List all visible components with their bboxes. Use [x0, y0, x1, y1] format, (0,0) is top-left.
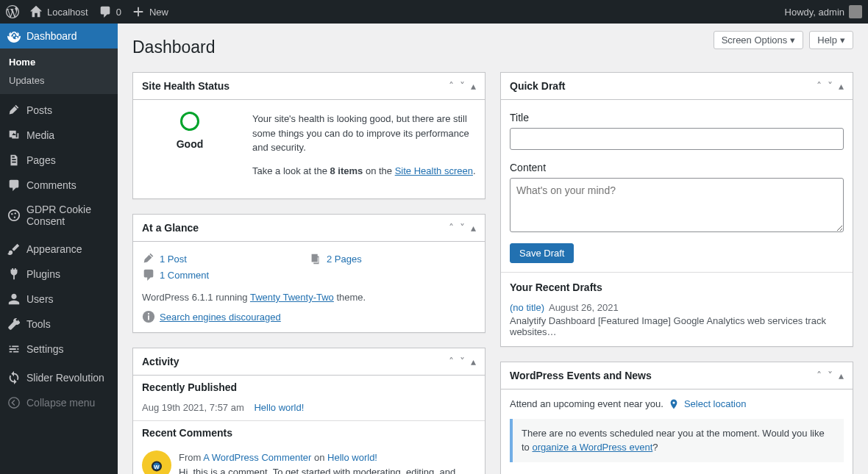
wapuu-icon: W	[146, 455, 167, 474]
box-title: Quick Draft	[510, 73, 565, 99]
theme-link[interactable]: Twenty Twenty-Two	[250, 292, 334, 303]
sidebar-item-comments[interactable]: Comments	[0, 173, 118, 198]
recent-drafts-heading: Your Recent Drafts	[510, 281, 844, 293]
toggle-icon[interactable]: ▴	[839, 370, 844, 381]
comment-avatar: W	[142, 450, 171, 474]
comment-text: Hi, this is a comment. To get started wi…	[179, 465, 476, 475]
main-content: Dashboard Screen Options ▾ Help ▾ Site H…	[118, 24, 868, 474]
site-health-box: Site Health Status ˄ ˅ ▴ Good	[132, 72, 485, 199]
published-post-link[interactable]: Hello world!	[254, 402, 304, 413]
draft-excerpt: Analytify Dashboard [Featured Image] Goo…	[510, 315, 844, 337]
sidebar-item-users[interactable]: Users	[0, 287, 118, 312]
svg-point-3	[14, 217, 15, 218]
search-engines-link[interactable]: Search engines discouraged	[160, 312, 281, 323]
events-notice: There are no events scheduled near you a…	[510, 419, 844, 462]
move-up-icon[interactable]: ˄	[817, 370, 822, 381]
svg-point-1	[11, 213, 13, 215]
sidebar-item-posts[interactable]: Posts	[0, 98, 118, 123]
sidebar-item-tools[interactable]: Tools	[0, 312, 118, 337]
comment-author-link[interactable]: A WordPress Commenter	[203, 452, 311, 463]
svg-text:W: W	[154, 464, 160, 470]
help-button[interactable]: Help ▾	[809, 31, 853, 49]
sliders-icon	[7, 342, 21, 356]
published-item: Aug 19th 2021, 7:57 am Hello world!	[133, 399, 485, 420]
move-up-icon[interactable]: ˄	[449, 222, 454, 234]
comment-item: W From A WordPress Commenter on Hello wo…	[142, 450, 476, 474]
sidebar-label: Pages	[26, 154, 56, 166]
move-up-icon[interactable]: ˄	[449, 80, 454, 92]
pin-icon	[142, 252, 155, 265]
comments-link[interactable]: 1 Comment	[160, 270, 209, 281]
sidebar-item-pages[interactable]: Pages	[0, 148, 118, 173]
svg-point-7	[148, 313, 149, 315]
wp-logo[interactable]	[6, 5, 19, 18]
health-items-text: Take a look at the 8 items on the Site H…	[252, 164, 476, 179]
posts-link[interactable]: 1 Post	[160, 254, 187, 265]
draft-content-textarea[interactable]	[510, 178, 844, 232]
title-label: Title	[510, 112, 844, 123]
site-name-link[interactable]: Localhost	[29, 5, 88, 18]
plus-icon	[132, 5, 145, 18]
caret-down-icon: ▾	[790, 35, 795, 46]
user-icon	[7, 292, 21, 306]
health-status-label: Good	[142, 138, 238, 150]
wrench-icon	[7, 317, 21, 331]
move-down-icon[interactable]: ˅	[828, 80, 833, 92]
move-down-icon[interactable]: ˅	[460, 80, 465, 92]
move-up-icon[interactable]: ˄	[449, 356, 454, 367]
toggle-icon[interactable]: ▴	[471, 222, 476, 234]
sidebar-item-collapse[interactable]: Collapse menu	[0, 390, 118, 415]
admin-sidebar: Dashboard Home Updates Posts Media Pages…	[0, 24, 118, 474]
toggle-icon[interactable]: ▴	[839, 80, 844, 92]
howdy-text: Howdy, admin	[785, 7, 844, 18]
toggle-icon[interactable]: ▴	[471, 356, 476, 367]
move-down-icon[interactable]: ˅	[828, 370, 833, 381]
pages-link[interactable]: 2 Pages	[327, 254, 362, 265]
toggle-icon[interactable]: ▴	[471, 80, 476, 92]
sidebar-sub-home[interactable]: Home	[0, 53, 118, 71]
health-circle-icon	[180, 112, 199, 131]
sidebar-item-plugins[interactable]: Plugins	[0, 262, 118, 287]
comments-bubble[interactable]: 0	[99, 5, 121, 18]
screen-options-button[interactable]: Screen Options ▾	[714, 31, 804, 49]
organize-event-link[interactable]: organize a WordPress event	[532, 442, 652, 453]
sidebar-item-settings[interactable]: Settings	[0, 337, 118, 362]
refresh-icon	[7, 371, 21, 384]
sidebar-item-dashboard[interactable]: Dashboard	[0, 24, 118, 49]
sidebar-item-appearance[interactable]: Appearance	[0, 237, 118, 262]
move-up-icon[interactable]: ˄	[817, 80, 822, 92]
move-down-icon[interactable]: ˅	[460, 356, 465, 367]
admin-bar: Localhost 0 New Howdy, admin	[0, 0, 868, 24]
plug-icon	[7, 267, 21, 281]
sidebar-item-gdpr[interactable]: GDPR Cookie Consent	[0, 198, 118, 233]
dashboard-icon	[7, 29, 21, 43]
draft-title-link[interactable]: (no title)	[510, 302, 544, 313]
location-icon	[668, 398, 680, 410]
sidebar-item-media[interactable]: Media	[0, 123, 118, 148]
save-draft-button[interactable]: Save Draft	[510, 243, 574, 263]
sidebar-label: Slider Revolution	[26, 372, 104, 384]
sidebar-item-slider[interactable]: Slider Revolution	[0, 365, 118, 390]
select-location-link[interactable]: Select location	[684, 398, 747, 409]
draft-title-input[interactable]	[510, 128, 844, 150]
box-title: Activity	[142, 348, 179, 375]
move-down-icon[interactable]: ˅	[460, 222, 465, 234]
avatar	[849, 5, 862, 18]
site-health-link[interactable]: Site Health screen	[395, 165, 473, 176]
sidebar-label: Dashboard	[26, 30, 77, 42]
site-name-text: Localhost	[47, 7, 88, 18]
howdy-account[interactable]: Howdy, admin	[785, 5, 862, 18]
content-label: Content	[510, 162, 844, 173]
new-content-link[interactable]: New	[132, 5, 168, 18]
comment-icon	[142, 268, 155, 281]
info-icon	[142, 310, 155, 323]
comment-count: 0	[116, 7, 121, 18]
pages-icon	[309, 252, 322, 265]
at-a-glance-box: At a Glance ˄ ˅ ▴ 1 Post 2 Pages	[132, 214, 485, 333]
brush-icon	[7, 243, 21, 256]
recently-published-heading: Recently Published	[133, 376, 485, 399]
sidebar-label: Users	[26, 293, 54, 305]
sidebar-sub-updates[interactable]: Updates	[0, 71, 118, 90]
pin-icon	[7, 104, 21, 117]
comment-post-link[interactable]: Hello world!	[327, 452, 377, 463]
